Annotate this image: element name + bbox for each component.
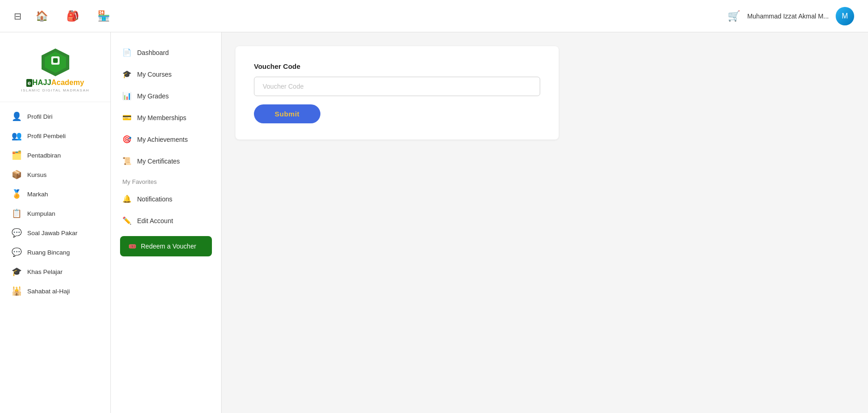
nav-courses-button[interactable]: 🎒 xyxy=(66,10,79,22)
edit-account-icon: ✏️ xyxy=(122,216,132,225)
my-grades-label: My Grades xyxy=(137,92,169,100)
left-sidebar: eHAJJAcademy ISLAMIC DIGITAL MADRASAH 👤 … xyxy=(0,32,111,413)
mid-nav-dashboard[interactable]: 📄 Dashboard xyxy=(111,42,221,63)
sidebar-item-sahabat-alhaji[interactable]: 🕌 Sahabat al-Haji xyxy=(0,281,110,301)
mid-nav-my-memberships[interactable]: 💳 My Memberships xyxy=(111,107,221,128)
my-grades-icon: 📊 xyxy=(122,91,132,100)
my-memberships-label: My Memberships xyxy=(137,114,187,121)
dashboard-icon: 📄 xyxy=(122,48,132,57)
soal-jawab-icon: 💬 xyxy=(12,228,22,238)
edit-account-label: Edit Account xyxy=(137,217,173,225)
header-left: ⊟ 🏠 🎒 🏪 xyxy=(14,10,110,22)
sidebar-item-khas-pelajar[interactable]: 🎓 Khas Pelajar xyxy=(0,262,110,281)
voucher-code-input[interactable] xyxy=(254,77,540,96)
left-nav: 👤 Profil Diri 👥 Profil Pembeli 🗂️ Pentad… xyxy=(0,102,110,305)
pentadbiran-label: Pentadbiran xyxy=(27,152,61,159)
voucher-code-label: Voucher Code xyxy=(254,62,540,70)
my-achievements-label: My Achievements xyxy=(137,136,188,143)
sidebar-item-ruang-bincang[interactable]: 💬 Ruang Bincang xyxy=(0,243,110,262)
logo-subtitle: ISLAMIC DIGITAL MADRASAH xyxy=(21,88,89,92)
mid-sidebar: 📄 Dashboard 🎓 My Courses 📊 My Grades 💳 M… xyxy=(111,32,222,413)
nav-store-button[interactable]: 🏪 xyxy=(97,10,110,22)
notifications-icon: 🔔 xyxy=(122,194,132,203)
svg-rect-3 xyxy=(53,58,58,63)
khas-pelajar-icon: 🎓 xyxy=(12,267,22,277)
my-achievements-icon: 🎯 xyxy=(122,135,132,144)
sahabat-alhaji-label: Sahabat al-Haji xyxy=(27,288,70,295)
layout: eHAJJAcademy ISLAMIC DIGITAL MADRASAH 👤 … xyxy=(0,32,868,413)
header: ⊟ 🏠 🎒 🏪 🛒 Muhammad Izzat Akmal M... M xyxy=(0,0,868,32)
sidebar-item-kumpulan[interactable]: 📋 Kumpulan xyxy=(0,204,110,223)
submit-button[interactable]: Submit xyxy=(254,104,320,123)
pentadbiran-icon: 🗂️ xyxy=(12,150,22,160)
sidebar-item-profil-diri[interactable]: 👤 Profil Diri xyxy=(0,107,110,126)
cart-icon[interactable]: 🛒 xyxy=(728,10,740,22)
sidebar-item-kursus[interactable]: 📦 Kursus xyxy=(0,165,110,184)
logo-brand-ehajj: eHAJJAcademy xyxy=(26,79,84,87)
ruang-bincang-icon: 💬 xyxy=(12,247,22,257)
kursus-icon: 📦 xyxy=(12,170,22,180)
logo-icon xyxy=(39,46,72,79)
khas-pelajar-label: Khas Pelajar xyxy=(27,268,63,275)
redeem-icon: 🎟️ xyxy=(128,243,136,250)
redeem-label: Redeem a Voucher xyxy=(141,243,196,250)
notifications-label: Notifications xyxy=(137,195,172,203)
sidebar-item-pentadbiran[interactable]: 🗂️ Pentadbiran xyxy=(0,146,110,165)
sidebar-item-markah[interactable]: 🏅 Markah xyxy=(0,184,110,204)
profil-diri-label: Profil Diri xyxy=(27,113,53,120)
mid-nav-edit-account[interactable]: ✏️ Edit Account xyxy=(111,210,221,231)
avatar[interactable]: M xyxy=(836,7,854,25)
sahabat-alhaji-icon: 🕌 xyxy=(12,286,22,296)
logo-area: eHAJJAcademy ISLAMIC DIGITAL MADRASAH xyxy=(0,42,110,102)
mid-nav-my-certificates[interactable]: 📜 My Certificates xyxy=(111,150,221,172)
kursus-label: Kursus xyxy=(27,171,47,178)
main-content: Voucher Code Submit xyxy=(222,32,868,413)
mid-nav-my-courses[interactable]: 🎓 My Courses xyxy=(111,63,221,85)
mid-nav-notifications[interactable]: 🔔 Notifications xyxy=(111,188,221,210)
my-memberships-icon: 💳 xyxy=(122,113,132,122)
markah-icon: 🏅 xyxy=(12,189,22,199)
my-courses-icon: 🎓 xyxy=(122,70,132,79)
markah-label: Markah xyxy=(27,191,48,198)
sidebar-toggle-button[interactable]: ⊟ xyxy=(14,11,22,22)
profil-diri-icon: 👤 xyxy=(12,111,22,121)
sidebar-item-profil-pembeli[interactable]: 👥 Profil Pembeli xyxy=(0,126,110,146)
nav-home-button[interactable]: 🏠 xyxy=(36,10,48,22)
redeem-voucher-button[interactable]: 🎟️ Redeem a Voucher xyxy=(120,236,212,256)
my-favorites-section-label: My Favorites xyxy=(111,172,221,188)
dashboard-label: Dashboard xyxy=(137,49,169,56)
username-label: Muhammad Izzat Akmal M... xyxy=(747,12,829,20)
my-certificates-icon: 📜 xyxy=(122,157,132,165)
ruang-bincang-label: Ruang Bincang xyxy=(27,249,70,256)
my-courses-label: My Courses xyxy=(137,71,172,78)
kumpulan-label: Kumpulan xyxy=(27,210,55,217)
soal-jawab-label: Soal Jawab Pakar xyxy=(27,230,78,237)
mid-nav-my-achievements[interactable]: 🎯 My Achievements xyxy=(111,128,221,150)
sidebar-item-soal-jawab[interactable]: 💬 Soal Jawab Pakar xyxy=(0,223,110,243)
profil-pembeli-icon: 👥 xyxy=(12,131,22,141)
header-nav: 🏠 🎒 🏪 xyxy=(36,10,110,22)
mid-nav-my-grades[interactable]: 📊 My Grades xyxy=(111,85,221,107)
my-certificates-label: My Certificates xyxy=(137,158,180,165)
kumpulan-icon: 📋 xyxy=(12,208,22,219)
voucher-card: Voucher Code Submit xyxy=(235,46,559,140)
header-right: 🛒 Muhammad Izzat Akmal M... M xyxy=(728,7,854,25)
profil-pembeli-label: Profil Pembeli xyxy=(27,133,66,140)
